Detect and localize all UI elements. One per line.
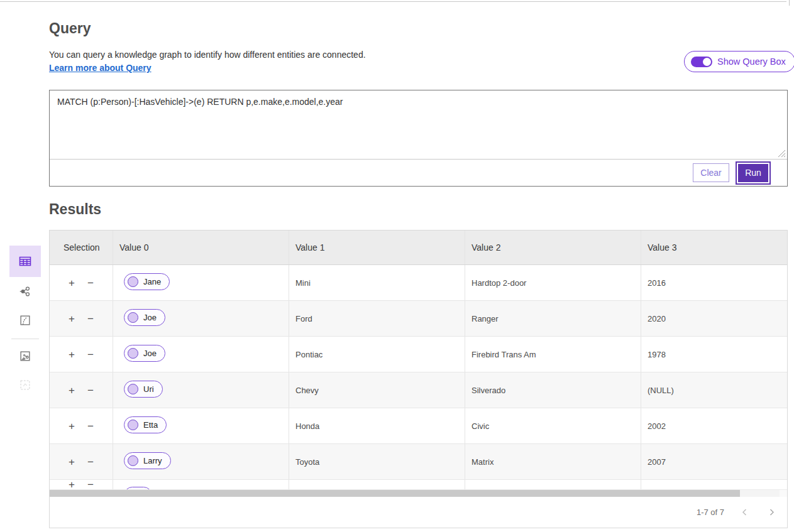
cell-value: Silverado xyxy=(465,372,641,408)
selection-cell: + − xyxy=(50,444,113,479)
entity-node-icon xyxy=(128,420,138,430)
table-body: + − Jane Mini Hardtop 2-door 2016 + − Jo… xyxy=(50,265,787,489)
entity-cell: Etta xyxy=(113,408,289,443)
previous-page-button[interactable] xyxy=(738,506,751,519)
table-row: + − Larry Toyota Matrix 2007 xyxy=(50,444,787,480)
entity-node-icon xyxy=(128,276,138,287)
column-header: Value 0 xyxy=(113,231,289,264)
cell-value: Chevy xyxy=(289,372,465,408)
sidebar-divider xyxy=(11,339,39,339)
add-to-selection-button[interactable]: + xyxy=(66,312,77,325)
selection-cell: + − xyxy=(50,337,113,372)
scrollbar-corner xyxy=(780,490,787,497)
entity-pill-label: Jane xyxy=(143,277,161,286)
next-page-button[interactable] xyxy=(765,506,778,519)
entity-pill-label: Uri xyxy=(143,384,154,394)
table-row: + − xyxy=(50,480,787,489)
add-to-selection-button[interactable]: + xyxy=(66,348,77,361)
cell-value: (NULL) xyxy=(641,372,787,408)
run-button[interactable]: Run xyxy=(738,164,768,182)
page-description: You can query a knowledge graph to ident… xyxy=(49,50,366,60)
cell-value: Ford xyxy=(289,301,465,336)
add-to-selection-button[interactable]: + xyxy=(66,384,77,397)
table-row: + − Jane Mini Hardtop 2-door 2016 xyxy=(50,265,787,301)
selection-cell: + − xyxy=(50,265,113,300)
query-text-area-wrap: MATCH (p:Person)-[:HasVehicle]->(e) RETU… xyxy=(50,90,787,160)
cell-value: Civic xyxy=(465,408,641,443)
cell-value: Ranger xyxy=(465,301,641,336)
add-to-selection-button[interactable]: + xyxy=(66,455,77,469)
cell-value: Honda xyxy=(289,408,465,443)
map-icon xyxy=(18,313,32,327)
remove-from-selection-button[interactable]: − xyxy=(85,312,96,325)
sidebar-item-map-link-chart-view[interactable] xyxy=(9,342,41,371)
entity-pill-label: Larry xyxy=(143,456,162,465)
remove-from-selection-button[interactable]: − xyxy=(85,480,96,489)
table-row: + − Joe Ford Ranger 2020 xyxy=(50,301,787,337)
chevron-left-icon xyxy=(741,508,749,516)
entity-cell: Jane xyxy=(113,265,289,300)
cell-value xyxy=(641,480,787,489)
sidebar-item-map-view[interactable] xyxy=(9,306,41,335)
cell-value: Matrix xyxy=(465,444,641,479)
cell-value: 2020 xyxy=(641,301,787,336)
selection-cell: + − xyxy=(50,372,113,408)
entity-pill-label: Etta xyxy=(143,420,158,430)
entity-pill[interactable]: Uri xyxy=(124,381,163,398)
remove-from-selection-button[interactable]: − xyxy=(85,455,96,469)
table-header: SelectionValue 0Value 1Value 2Value 3 xyxy=(50,231,787,265)
chevron-right-icon xyxy=(768,508,776,516)
entity-pill[interactable]: Joe xyxy=(124,345,165,362)
toggle-switch-on xyxy=(691,57,712,67)
query-actions-bar: Clear Run xyxy=(50,160,787,186)
entity-node-icon xyxy=(128,348,138,359)
cell-value: Hardtop 2-door xyxy=(465,265,641,300)
query-box: MATCH (p:Person)-[:HasVehicle]->(e) RETU… xyxy=(49,90,788,187)
entity-node-icon xyxy=(128,384,138,394)
column-header: Selection xyxy=(50,231,113,264)
cell-value: Pontiac xyxy=(289,337,465,372)
entity-cell: Joe xyxy=(113,301,289,336)
map-link-chart-icon xyxy=(18,349,32,363)
add-to-selection-button[interactable]: + xyxy=(66,276,77,290)
cell-value: 2007 xyxy=(641,444,787,479)
horizontal-scrollbar-thumb[interactable] xyxy=(50,490,740,497)
query-input[interactable]: MATCH (p:Person)-[:HasVehicle]->(e) RETU… xyxy=(50,90,787,159)
entity-pill[interactable]: Etta xyxy=(124,416,167,433)
remove-from-selection-button[interactable]: − xyxy=(85,420,96,433)
cell-value xyxy=(465,480,641,489)
show-query-box-toggle[interactable]: Show Query Box xyxy=(684,51,794,72)
disabled-view-icon xyxy=(18,378,32,392)
remove-from-selection-button[interactable]: − xyxy=(85,384,96,397)
clear-button[interactable]: Clear xyxy=(693,163,729,182)
toggle-label: Show Query Box xyxy=(717,57,786,67)
link-chart-icon xyxy=(18,285,32,298)
entity-pill[interactable]: Larry xyxy=(124,452,171,469)
entity-cell: Joe xyxy=(113,337,289,372)
table-icon xyxy=(18,254,33,269)
cell-value: Firebird Trans Am xyxy=(465,337,641,372)
entity-node-icon xyxy=(128,455,138,466)
entity-cell: Larry xyxy=(113,444,289,479)
entity-pill[interactable]: Jane xyxy=(124,273,170,290)
entity-pill-label: Joe xyxy=(143,313,157,322)
table-row: + − Joe Pontiac Firebird Trans Am 1978 xyxy=(50,337,787,372)
column-header: Value 2 xyxy=(465,231,641,264)
cell-value: 1978 xyxy=(641,337,787,372)
add-to-selection-button[interactable]: + xyxy=(66,480,77,489)
horizontal-scrollbar xyxy=(50,489,787,497)
page-title: Query xyxy=(49,20,91,37)
add-to-selection-button[interactable]: + xyxy=(66,420,77,433)
entity-cell: Uri xyxy=(113,372,289,408)
learn-more-link[interactable]: Learn more about Query xyxy=(49,63,152,73)
cell-value: Toyota xyxy=(289,444,465,479)
results-table: SelectionValue 0Value 1Value 2Value 3 + … xyxy=(49,230,788,528)
sidebar-item-table-view[interactable] xyxy=(9,246,41,277)
remove-from-selection-button[interactable]: − xyxy=(85,348,96,361)
resize-handle[interactable] xyxy=(778,149,786,158)
column-header: Value 1 xyxy=(289,231,465,264)
sidebar-item-link-chart-view[interactable] xyxy=(9,277,41,306)
remove-from-selection-button[interactable]: − xyxy=(85,276,96,290)
top-divider xyxy=(0,1,786,2)
entity-pill[interactable]: Joe xyxy=(124,309,165,326)
